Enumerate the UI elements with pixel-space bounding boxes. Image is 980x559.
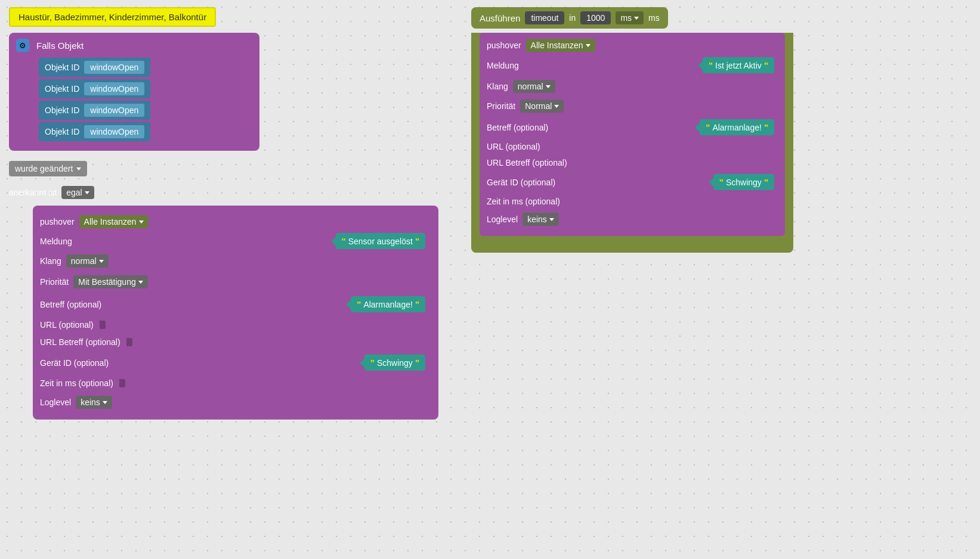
left-keins-dropdown[interactable]: keins	[76, 396, 112, 409]
right-normal-prio-dropdown[interactable]: Normal	[520, 100, 564, 113]
right-meldung-label: Meldung	[487, 61, 519, 70]
left-keins-chevron	[103, 401, 107, 404]
left-alle-instanzen-dropdown[interactable]: Alle Instanzen	[79, 215, 149, 228]
left-sensor-ausgeloest-block: " Sensor ausgelöst "	[336, 233, 425, 249]
left-zeit-in-ms-label: Zeit in ms (optional)	[40, 378, 113, 388]
right-url-label: URL (optional)	[487, 142, 540, 151]
right-olive-wrapper: pushover Alle Instanzen Meldung " Ist je…	[471, 33, 793, 253]
left-alle-instanzen-value: Alle Instanzen	[84, 217, 137, 226]
right-normal-prio-chevron	[554, 105, 559, 108]
left-url-label: URL (optional)	[40, 320, 94, 330]
objekt-id-row-3: Objekt ID windowOpen	[39, 101, 259, 120]
title-text: Haustür, Badezimmer, Kinderzimmer, Balko…	[18, 12, 206, 22]
ms1-value: ms	[620, 13, 632, 23]
left-geraet-id-label: Gerät ID (optional)	[40, 358, 109, 368]
left-betreff-label: Betreff (optional)	[40, 300, 101, 309]
right-keins-chevron	[549, 218, 554, 221]
wurde-geaendert-chevron	[76, 167, 81, 170]
left-alarmanlage-value: Alarmanlage!	[363, 300, 413, 309]
ms2-label: ms	[648, 13, 660, 23]
left-mit-bestaetigung-chevron	[138, 281, 143, 284]
right-ist-jetzt-aktiv-value: Ist jetzt Aktiv	[715, 61, 762, 70]
window-open-4: windowOpen	[90, 127, 138, 136]
left-pushover-block: pushover Alle Instanzen Meldung " Sensor…	[33, 206, 438, 420]
right-betreff-label: Betreff (optional)	[487, 123, 548, 132]
right-keins-dropdown[interactable]: keins	[523, 213, 559, 226]
right-normal-value: normal	[518, 82, 543, 91]
right-alle-instanzen-chevron	[586, 44, 591, 47]
left-normal-chevron	[99, 260, 104, 263]
ms1-chevron	[634, 17, 639, 20]
right-keins-value: keins	[527, 215, 547, 224]
timeout-number-value: 1000	[586, 13, 605, 23]
left-schwingy-block: " Schwingy "	[364, 355, 425, 371]
left-keins-value: keins	[81, 397, 100, 407]
anerkannt-ist-label: anerkannt ist	[9, 188, 57, 197]
left-mit-bestaetigung-value: Mit Bestätigung	[78, 277, 136, 287]
gear-icon[interactable]: ⚙	[16, 39, 29, 52]
timeout-value: timeout	[531, 13, 558, 23]
right-url-betreff-label: URL Betreff (optional)	[487, 158, 567, 167]
right-alarmanlage-block: " Alarmanlage! "	[700, 119, 774, 135]
falls-objekt-label: Falls Objekt	[36, 41, 84, 51]
left-normal-dropdown[interactable]: normal	[66, 254, 109, 268]
objekt-id-row-4: Objekt ID windowOpen	[39, 122, 259, 141]
right-alle-instanzen-value: Alle Instanzen	[531, 41, 583, 50]
right-schwingy-value: Schwingy	[726, 178, 762, 187]
objekt-id-label-1: Objekt ID	[45, 63, 79, 72]
left-main-block: ⚙ Falls Objekt Objekt ID windowOpen Obje…	[9, 33, 259, 151]
window-open-2: windowOpen	[90, 84, 138, 94]
window-open-1: windowOpen	[90, 63, 138, 72]
right-alarmanlage-value: Alarmanlage!	[712, 123, 762, 132]
window-open-3: windowOpen	[90, 105, 138, 115]
left-meldung-label: Meldung	[40, 234, 72, 249]
right-geraet-id-label: Gerät ID (optional)	[487, 178, 555, 187]
timeout-tag: timeout	[525, 11, 564, 24]
falls-objekt-row: ⚙ Falls Objekt	[9, 33, 259, 55]
right-normal-dropdown[interactable]: normal	[513, 80, 555, 93]
title-block: Haustür, Badezimmer, Kinderzimmer, Balko…	[9, 7, 216, 27]
right-zeit-in-ms-label: Zeit in ms (optional)	[487, 197, 560, 206]
right-schwingy-block: " Schwingy "	[713, 174, 774, 190]
right-ausfuehren-block: Ausführen timeout in 1000 ms ms	[471, 7, 668, 29]
objekt-id-label-4: Objekt ID	[45, 127, 79, 136]
right-pushover-block: pushover Alle Instanzen Meldung " Ist je…	[480, 33, 785, 236]
objekt-id-row-2: Objekt ID windowOpen	[39, 79, 259, 98]
right-prioritaet-label: Priorität	[487, 101, 515, 111]
right-klang-label: Klang	[487, 82, 508, 91]
egal-value: egal	[66, 188, 82, 197]
right-ist-jetzt-aktiv-block: " Ist jetzt Aktiv "	[703, 57, 774, 73]
left-pushover-row: pushover Alle Instanzen	[40, 212, 431, 233]
left-loglevel-label: Loglevel	[40, 397, 71, 407]
left-pushover-label: pushover	[40, 217, 75, 226]
left-klang-label: Klang	[40, 256, 61, 266]
objekt-id-row-1: Objekt ID windowOpen	[39, 58, 259, 77]
wurde-geaendert-block[interactable]: wurde geändert	[9, 161, 87, 176]
right-normal-chevron	[546, 85, 551, 88]
anerkannt-ist-row: anerkannt ist egal	[9, 186, 94, 199]
timeout-number-tag: 1000	[580, 11, 611, 24]
ausfuehren-label: Ausführen	[480, 13, 520, 23]
left-mit-bestaetigung-dropdown[interactable]: Mit Bestätigung	[73, 275, 148, 288]
left-alarmanlage-block: " Alarmanlage! "	[351, 296, 425, 312]
left-normal-value: normal	[71, 256, 97, 266]
egal-chevron	[85, 191, 89, 194]
left-alle-instanzen-chevron	[139, 221, 144, 223]
egal-dropdown[interactable]: egal	[61, 186, 94, 199]
in-label: in	[569, 13, 576, 23]
right-normal-prio-value: Normal	[525, 101, 552, 111]
right-alle-instanzen-dropdown[interactable]: Alle Instanzen	[526, 39, 595, 52]
right-pushover-label: pushover	[487, 41, 521, 50]
left-url-betreff-label: URL Betreff (optional)	[40, 337, 120, 347]
left-prioritaet-label: Priorität	[40, 277, 69, 287]
right-loglevel-label: Loglevel	[487, 215, 518, 224]
objekt-id-label-2: Objekt ID	[45, 84, 79, 94]
wurde-geaendert-label: wurde geändert	[15, 164, 73, 173]
ms-dropdown[interactable]: ms	[616, 11, 644, 24]
left-sensor-ausgeloest-value: Sensor ausgelöst	[348, 237, 413, 246]
left-schwingy-value: Schwingy	[377, 358, 413, 368]
objekt-id-label-3: Objekt ID	[45, 105, 79, 115]
